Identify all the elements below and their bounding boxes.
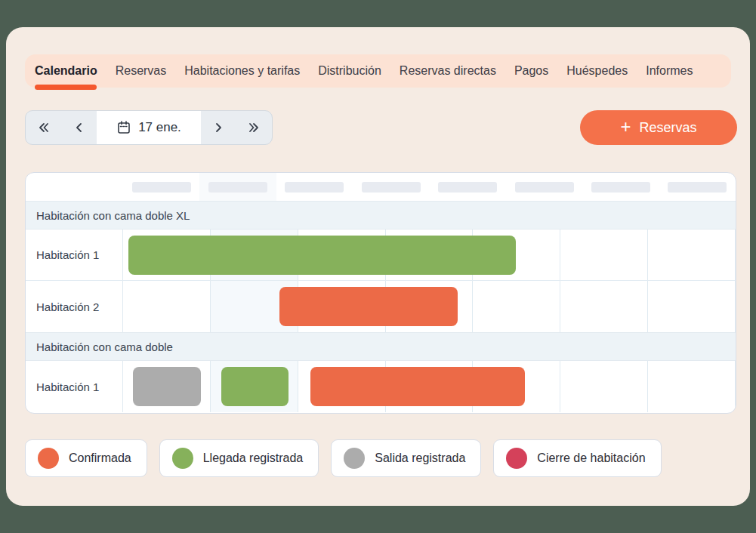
- date-placeholder: [362, 182, 421, 193]
- legend-chip-confirmada: Confirmada: [25, 439, 147, 477]
- date-placeholder: [285, 182, 344, 193]
- plus-icon: +: [620, 118, 631, 136]
- fast-backward-button[interactable]: [26, 111, 62, 144]
- header-date-slot: [659, 173, 736, 201]
- tab-pagos[interactable]: Pagos: [514, 54, 548, 88]
- room-cells: [123, 361, 736, 412]
- day-cell: [648, 361, 736, 412]
- header-date-slot: [506, 173, 582, 201]
- page-background: CalendarioReservasHabitaciones y tarifas…: [0, 0, 756, 533]
- legend-chip-llegada-registrada: Llegada registrada: [159, 439, 319, 477]
- reservation-bar-llegada-registrada[interactable]: [221, 367, 289, 406]
- date-placeholder: [515, 182, 574, 193]
- legend-label: Salida registrada: [375, 451, 465, 465]
- room-cells: [123, 281, 736, 332]
- day-cell: [560, 230, 648, 280]
- tab-reservas-directas[interactable]: Reservas directas: [400, 54, 496, 88]
- current-date-label: 17 ene.: [138, 120, 181, 135]
- room-row: Habitación 1: [26, 361, 736, 412]
- date-placeholder: [591, 182, 650, 193]
- current-date-display[interactable]: 17 ene.: [97, 111, 201, 144]
- date-navigator: 17 ene.: [25, 110, 273, 145]
- reservation-bar-confirmada[interactable]: [279, 287, 458, 326]
- room-label: Habitación 2: [26, 281, 123, 332]
- tab-habitaciones-y-tarifas[interactable]: Habitaciones y tarifas: [184, 54, 300, 88]
- next-day-button[interactable]: [201, 111, 236, 144]
- legend-label: Cierre de habitación: [537, 451, 645, 465]
- header-date-slots: [123, 173, 736, 201]
- date-placeholder: [668, 182, 727, 193]
- header-date-slot: [430, 173, 506, 201]
- date-placeholder: [208, 182, 267, 193]
- legend: ConfirmadaLlegada registradaSalida regis…: [25, 439, 662, 477]
- tab-huespedes[interactable]: Huéspedes: [566, 54, 628, 88]
- room-cells: [123, 230, 736, 280]
- add-reservation-label: Reservas: [639, 120, 696, 136]
- reservation-bar-confirmada[interactable]: [310, 367, 525, 406]
- room-label: Habitación 1: [26, 361, 123, 412]
- tab-distribucion[interactable]: Distribución: [318, 54, 381, 88]
- calendar-body: Habitación con cama doble XLHabitación 1…: [26, 201, 736, 412]
- chevrons-right-icon: [247, 122, 261, 134]
- chevrons-left-icon: [37, 122, 51, 134]
- room-row: Habitación 1: [26, 230, 736, 281]
- fast-forward-button[interactable]: [236, 111, 272, 144]
- reservation-bar-salida-registrada[interactable]: [133, 367, 201, 406]
- date-placeholder: [438, 182, 497, 193]
- day-cell: [648, 281, 736, 332]
- tab-reservas[interactable]: Reservas: [116, 54, 167, 88]
- room-label: Habitación 1: [26, 230, 123, 280]
- room-row: Habitación 2: [26, 281, 736, 332]
- legend-chip-cierre-habitacion: Cierre de habitación: [493, 439, 661, 477]
- chevron-right-icon: [212, 122, 224, 134]
- app-card: CalendarioReservasHabitaciones y tarifas…: [6, 27, 750, 506]
- status-dot: [506, 448, 527, 469]
- header-date-slot: [353, 173, 429, 201]
- day-cell: [473, 281, 560, 332]
- calendar-header-row: [26, 173, 736, 201]
- previous-day-button[interactable]: [62, 111, 97, 144]
- reservation-bar-llegada-registrada[interactable]: [128, 236, 516, 275]
- status-dot: [38, 448, 59, 469]
- day-cell: [648, 230, 736, 280]
- date-placeholder: [132, 182, 191, 193]
- day-cell: [560, 281, 648, 332]
- header-date-slot: [582, 173, 659, 201]
- room-group-header: Habitación con cama doble: [26, 332, 736, 361]
- status-dot: [172, 448, 193, 469]
- header-date-slot: [276, 173, 353, 201]
- calendar-icon: [116, 120, 131, 135]
- tab-bar: CalendarioReservasHabitaciones y tarifas…: [25, 54, 731, 88]
- header-date-slot: [199, 173, 276, 201]
- add-reservation-button[interactable]: + Reservas: [580, 110, 737, 145]
- tab-informes[interactable]: Informes: [646, 54, 693, 88]
- header-rooms-spacer: [26, 173, 123, 201]
- day-cell: [123, 281, 211, 332]
- header-date-slot: [123, 173, 199, 201]
- status-dot: [344, 448, 365, 469]
- calendar-grid: Habitación con cama doble XLHabitación 1…: [25, 172, 736, 414]
- legend-label: Confirmada: [69, 451, 131, 465]
- active-tab-indicator: [35, 85, 97, 90]
- legend-chip-salida-registrada: Salida registrada: [331, 439, 481, 477]
- day-cell: [560, 361, 648, 412]
- room-group-header: Habitación con cama doble XL: [26, 201, 736, 230]
- legend-label: Llegada registrada: [203, 451, 304, 465]
- tab-calendario[interactable]: Calendario: [35, 54, 97, 88]
- chevron-left-icon: [73, 122, 85, 134]
